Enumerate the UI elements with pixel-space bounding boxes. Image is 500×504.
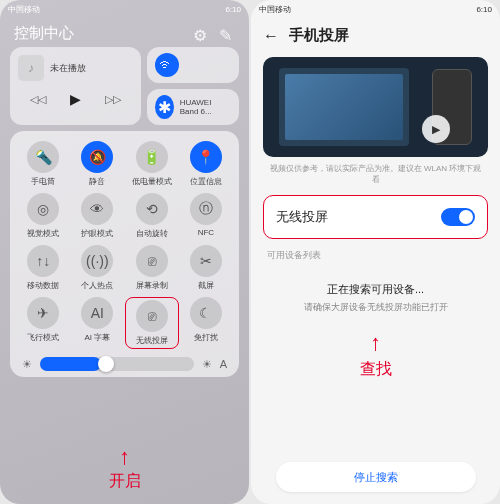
tile-label: 静音 [89, 176, 105, 187]
tile-label: 位置信息 [190, 176, 222, 187]
tile-label: 无线投屏 [136, 335, 168, 346]
tile-0[interactable]: 🔦手电筒 [16, 141, 70, 187]
tile-7[interactable]: ⓝNFC [179, 193, 233, 239]
brightness-slider[interactable] [40, 357, 194, 371]
tile-2[interactable]: 🔋低电量模式 [125, 141, 179, 187]
tile-15[interactable]: ☾免打扰 [179, 297, 233, 349]
tile-icon: ✈ [27, 297, 59, 329]
edit-icon[interactable]: ✎ [219, 26, 235, 42]
annotation-arrow-icon: ↑ [119, 444, 130, 470]
status-bar: 中国移动6:10 [0, 0, 249, 18]
preview-note: 视频仅供参考，请以实际产品为准。建议在 WLAN 环境下观看 [251, 163, 500, 185]
searching-label: 正在搜索可用设备... [251, 282, 500, 297]
brightness-high-icon: ☀ [202, 358, 212, 371]
stop-search-button[interactable]: 停止搜索 [276, 462, 476, 492]
play-button[interactable]: ▶ [70, 91, 81, 107]
wireless-cast-toggle-row[interactable]: 无线投屏 [263, 195, 488, 239]
tile-label: 自动旋转 [136, 228, 168, 239]
auto-brightness-toggle[interactable]: A [220, 358, 227, 370]
tile-11[interactable]: ✂截屏 [179, 245, 233, 291]
tile-icon: AI [81, 297, 113, 329]
status-bar: 中国移动6:10 [251, 0, 500, 18]
now-playing-label: 未在播放 [50, 62, 86, 75]
tile-label: 飞行模式 [27, 332, 59, 343]
tile-icon: ✂ [190, 245, 222, 277]
tile-1[interactable]: 🔕静音 [70, 141, 124, 187]
tile-icon: ☾ [190, 297, 222, 329]
annotation-search-label: 查找 [360, 359, 392, 380]
control-center-title: 控制中心 [14, 24, 74, 43]
tile-label: 免打扰 [194, 332, 218, 343]
next-track-button[interactable]: ▷▷ [105, 93, 121, 106]
tile-12[interactable]: ✈飞行模式 [16, 297, 70, 349]
tile-14[interactable]: ⎚无线投屏 [125, 297, 179, 349]
preview-video[interactable]: ▶ [263, 57, 488, 157]
wireless-cast-label: 无线投屏 [276, 208, 328, 226]
tile-icon: ◎ [27, 193, 59, 225]
tile-label: 护眼模式 [81, 228, 113, 239]
tile-8[interactable]: ↑↓移动数据 [16, 245, 70, 291]
tile-5[interactable]: 👁护眼模式 [70, 193, 124, 239]
available-devices-label: 可用设备列表 [251, 249, 500, 262]
quick-tiles-panel: 🔦手电筒🔕静音🔋低电量模式📍位置信息◎视觉模式👁护眼模式⟲自动旋转ⓝNFC↑↓移… [10, 131, 239, 377]
music-widget[interactable]: ♪ 未在播放 ◁◁ ▶ ▷▷ [10, 47, 141, 125]
tile-icon: ↑↓ [27, 245, 59, 277]
wifi-icon: ᯤ [155, 53, 179, 77]
tile-icon: 📍 [190, 141, 222, 173]
brightness-low-icon: ☀ [22, 358, 32, 371]
tile-icon: 🔋 [136, 141, 168, 173]
tile-label: 低电量模式 [132, 176, 172, 187]
searching-hint: 请确保大屏设备无线投屏功能已打开 [251, 301, 500, 314]
tile-4[interactable]: ◎视觉模式 [16, 193, 70, 239]
tile-label: 手电筒 [31, 176, 55, 187]
annotation-enable-label: 开启 [109, 471, 141, 492]
back-button[interactable]: ← [263, 27, 279, 45]
tile-icon: 👁 [81, 193, 113, 225]
bluetooth-icon: ✱ [155, 95, 174, 119]
tile-label: 截屏 [198, 280, 214, 291]
tile-icon: ((·)) [81, 245, 113, 277]
prev-track-button[interactable]: ◁◁ [30, 93, 46, 106]
tile-3[interactable]: 📍位置信息 [179, 141, 233, 187]
tile-9[interactable]: ((·))个人热点 [70, 245, 124, 291]
play-icon: ▶ [422, 115, 450, 143]
settings-icon[interactable]: ⚙ [193, 26, 209, 42]
tile-13[interactable]: AIAI 字幕 [70, 297, 124, 349]
tile-icon: 🔕 [81, 141, 113, 173]
tile-icon: 🔦 [27, 141, 59, 173]
wireless-cast-switch[interactable] [441, 208, 475, 226]
tile-icon: ⎚ [136, 245, 168, 277]
tile-10[interactable]: ⎚屏幕录制 [125, 245, 179, 291]
tile-icon: ⟲ [136, 193, 168, 225]
tile-label: NFC [198, 228, 214, 237]
tile-label: 个人热点 [81, 280, 113, 291]
album-art-icon: ♪ [18, 55, 44, 81]
tile-icon: ⎚ [136, 300, 168, 332]
page-title: 手机投屏 [289, 26, 349, 45]
tile-label: 屏幕录制 [136, 280, 168, 291]
wifi-toggle[interactable]: ᯤ [147, 47, 239, 83]
tile-icon: ⓝ [190, 193, 222, 225]
bluetooth-toggle[interactable]: ✱ HUAWEI Band 6... [147, 89, 239, 125]
tile-label: 视觉模式 [27, 228, 59, 239]
tile-label: 移动数据 [27, 280, 59, 291]
annotation-arrow-icon: ↑ [370, 330, 381, 356]
tile-6[interactable]: ⟲自动旋转 [125, 193, 179, 239]
tile-label: AI 字幕 [84, 332, 110, 343]
bluetooth-device-label: HUAWEI Band 6... [180, 98, 231, 116]
